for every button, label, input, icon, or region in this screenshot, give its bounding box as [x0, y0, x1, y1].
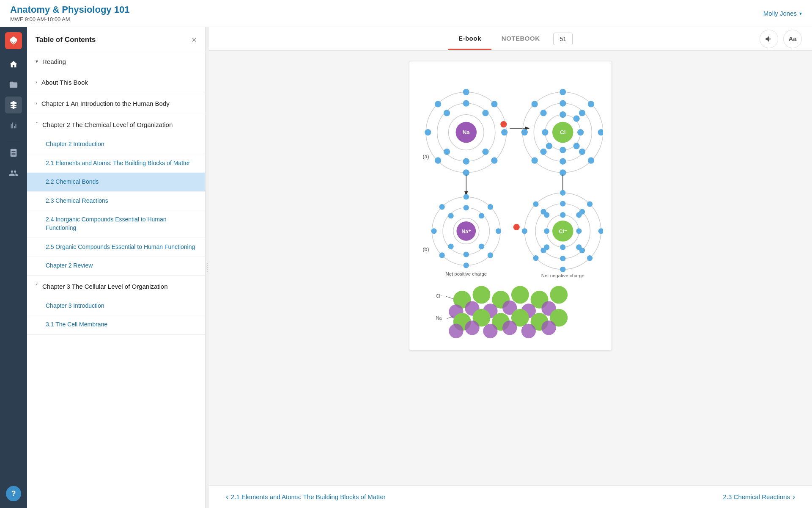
- svg-point-60: [464, 262, 469, 268]
- svg-point-44: [573, 143, 580, 149]
- next-nav-btn[interactable]: 2.3 Chemical Reactions ›: [723, 492, 795, 501]
- svg-point-121: [483, 324, 497, 338]
- ch2-2-label: 2.2 Chemical Bonds: [46, 178, 99, 186]
- svg-point-63: [439, 204, 444, 210]
- ch2-3-label: 2.3 Chemical Reactions: [46, 197, 108, 205]
- course-title: Anatomy & Physiology 101: [10, 4, 129, 15]
- content-controls: Aa: [760, 30, 802, 48]
- svg-point-79: [598, 228, 603, 234]
- about-label: About This Book: [41, 78, 88, 87]
- help-button[interactable]: ?: [6, 486, 21, 501]
- user-menu-chevron[interactable]: ▾: [799, 11, 802, 17]
- toc-ch3-header[interactable]: ˅ Chapter 3 The Cellular Level of Organi…: [27, 276, 205, 297]
- toc-about-section: › About This Book: [27, 72, 205, 93]
- svg-point-15: [482, 110, 488, 116]
- ch2-1-label: 2.1 Elements and Atoms: The Building Blo…: [46, 159, 190, 168]
- ch2-review-label: Chapter 2 Review: [46, 262, 93, 270]
- sidebar-people-btn[interactable]: [5, 165, 22, 182]
- audio-btn[interactable]: [760, 30, 778, 48]
- ch2-5-label: 2.5 Organic Compounds Essential to Human…: [46, 243, 195, 251]
- home-icon: [9, 60, 18, 69]
- app-logo[interactable]: [5, 32, 22, 49]
- toc-ch2-intro[interactable]: Chapter 2 Introduction: [27, 135, 205, 154]
- toc-about-header[interactable]: › About This Book: [27, 72, 205, 93]
- svg-text:Na: Na: [463, 129, 470, 135]
- svg-point-123: [521, 324, 536, 338]
- ch2-4-label: 2.4 Inorganic Compounds Essential to Hum…: [46, 215, 197, 232]
- prev-nav-btn[interactable]: ‹ 2.1 Elements and Atoms: The Building B…: [226, 492, 386, 501]
- toc-ch3-1[interactable]: 3.1 The Cell Membrane: [27, 315, 205, 334]
- svg-text:Cl: Cl: [560, 129, 565, 135]
- toc-ch3-section: ˅ Chapter 3 The Cellular Level of Organi…: [27, 276, 205, 335]
- svg-text:Net positive charge: Net positive charge: [445, 271, 487, 276]
- sidebar-home-btn[interactable]: [5, 56, 22, 73]
- sidebar-notebook-btn[interactable]: [5, 144, 22, 161]
- top-bar: Anatomy & Physiology 101 MWF 9:00 AM-10:…: [0, 0, 812, 27]
- ch3-chevron: ˅: [36, 283, 38, 289]
- toc-ch3-intro[interactable]: Chapter 3 Introduction: [27, 297, 205, 316]
- audio-icon: [765, 35, 773, 43]
- ch1-label: Chapter 1 An Introduction to the Human B…: [41, 99, 170, 108]
- svg-point-20: [500, 121, 507, 127]
- tab-count[interactable]: 51: [553, 33, 573, 45]
- chart-icon: [9, 121, 18, 130]
- svg-point-96: [544, 244, 549, 250]
- sidebar-folder-btn[interactable]: [5, 76, 22, 93]
- svg-point-17: [463, 158, 469, 165]
- svg-point-102: [472, 286, 490, 304]
- toc-ch1-header[interactable]: › Chapter 1 An Introduction to the Human…: [27, 93, 205, 114]
- svg-point-13: [435, 101, 441, 107]
- svg-point-64: [464, 205, 469, 210]
- toc-ch2-1[interactable]: 2.1 Elements and Atoms: The Building Blo…: [27, 154, 205, 173]
- svg-point-43: [577, 129, 584, 135]
- sidebar-chart-btn[interactable]: [5, 117, 22, 134]
- svg-point-46: [546, 143, 552, 149]
- tab-ebook[interactable]: E-book: [448, 28, 491, 50]
- resize-handle[interactable]: [206, 27, 209, 508]
- svg-point-8: [501, 129, 508, 135]
- toc-reading-header[interactable]: ▾ Reading: [27, 51, 205, 72]
- svg-text:Cl⁻: Cl⁻: [559, 229, 567, 235]
- folder-icon: [9, 80, 18, 89]
- course-time: MWF 9:00 AM-10:00 AM: [10, 16, 129, 22]
- people-icon: [9, 168, 18, 178]
- font-size-btn[interactable]: Aa: [783, 30, 802, 48]
- toc-ch2-review[interactable]: Chapter 2 Review: [27, 257, 205, 276]
- svg-point-29: [598, 129, 603, 135]
- svg-point-32: [532, 157, 538, 164]
- ch3-1-label: 3.1 The Cell Membrane: [46, 320, 107, 329]
- svg-point-92: [576, 212, 582, 218]
- user-info[interactable]: Molly Jones ▾: [763, 10, 802, 17]
- svg-point-11: [435, 157, 441, 164]
- tab-notebook[interactable]: NOTEBOOK: [491, 28, 550, 50]
- ch2-intro-label: Chapter 2 Introduction: [46, 140, 104, 149]
- toc-header: Table of Contents ×: [27, 27, 205, 51]
- svg-point-78: [587, 201, 593, 207]
- bottom-nav: ‹ 2.1 Elements and Atoms: The Building B…: [209, 485, 812, 508]
- svg-point-82: [533, 255, 538, 261]
- svg-point-83: [522, 228, 527, 234]
- svg-point-38: [560, 158, 566, 165]
- svg-point-34: [532, 101, 538, 107]
- toc-ch2-header[interactable]: ˅ Chapter 2 The Chemical Level of Organi…: [27, 114, 205, 135]
- drag-dot-4: [207, 269, 208, 270]
- user-name: Molly Jones: [763, 10, 797, 17]
- ch2-label: Chapter 2 The Chemical Level of Organiza…: [42, 120, 173, 129]
- svg-point-65: [479, 213, 484, 218]
- icon-sidebar: ?: [0, 27, 27, 508]
- svg-point-66: [479, 243, 484, 249]
- sidebar-layers-btn[interactable]: [5, 97, 22, 113]
- toc-ch2-2[interactable]: 2.2 Chemical Bonds: [27, 173, 205, 192]
- svg-text:Na⁺: Na⁺: [461, 229, 471, 235]
- svg-point-104: [511, 286, 529, 304]
- svg-point-94: [576, 244, 582, 250]
- svg-point-124: [541, 320, 556, 335]
- reading-label: Reading: [42, 57, 66, 66]
- svg-point-120: [465, 320, 479, 335]
- toc-panel: Table of Contents × ▾ Reading › About Th…: [27, 27, 206, 508]
- toc-ch2-5[interactable]: 2.5 Organic Compounds Essential to Human…: [27, 238, 205, 257]
- toc-reading-section: ▾ Reading › About This Book › Chapter 1 …: [27, 51, 205, 335]
- toc-ch2-4[interactable]: 2.4 Inorganic Compounds Essential to Hum…: [27, 210, 205, 237]
- toc-close-btn[interactable]: ×: [192, 36, 197, 44]
- toc-ch2-3[interactable]: 2.3 Chemical Reactions: [27, 192, 205, 211]
